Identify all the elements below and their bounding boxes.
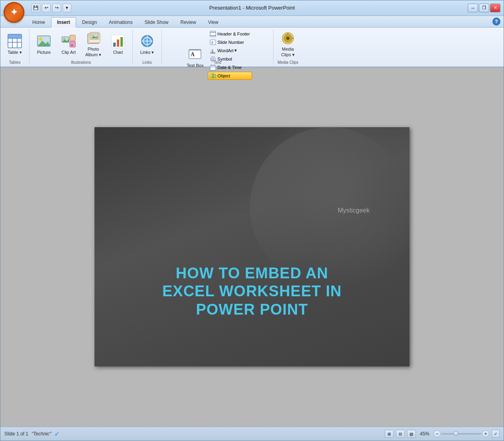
ribbon-group-illustrations: Picture ★ Clip Art: [30, 29, 133, 65]
svg-text:★: ★: [71, 43, 73, 47]
slide-number-button[interactable]: # Slide Number: [208, 38, 252, 46]
svg-rect-5: [8, 34, 22, 38]
photoalbum-label: Photo Album ▾: [83, 47, 104, 57]
date-time-icon: [210, 64, 216, 71]
tables-items: Table ▾: [3, 30, 27, 64]
chart-button[interactable]: Chart: [106, 30, 130, 58]
links-arrow: ▾: [152, 50, 154, 55]
ribbon-group-text: A Text Box: [162, 29, 274, 65]
quick-access-toolbar: 💾 ↩ ↪ ▾: [32, 4, 71, 12]
zoom-fit-button[interactable]: ⤢: [492, 430, 500, 438]
picture-button[interactable]: Picture: [32, 30, 56, 58]
undo-button[interactable]: ↩: [42, 4, 51, 12]
photoalbum-arrow: ▾: [99, 52, 101, 57]
header-footer-button[interactable]: Header & Footer: [208, 30, 252, 38]
tab-insert[interactable]: Insert: [51, 17, 76, 28]
slide-sorter-button[interactable]: ⊟: [396, 430, 405, 438]
clipart-icon: ★: [61, 33, 77, 49]
tab-design[interactable]: Design: [76, 17, 103, 28]
media-arrow: ▾: [292, 52, 295, 57]
svg-text:E: E: [213, 75, 215, 78]
chart-label: Chart: [113, 50, 123, 55]
office-button[interactable]: ✦: [4, 2, 24, 23]
tab-view[interactable]: View: [202, 17, 224, 28]
photoalbum-icon: [85, 31, 101, 46]
slide-watermark: Mysticgeek: [338, 207, 370, 214]
ribbon-group-media: Media Clips ▾ Media Clips: [274, 29, 302, 65]
media-group-label: Media Clips: [274, 60, 302, 65]
status-right: ⊞ ⊟ ▤ 45% − + ⤢: [385, 430, 500, 438]
zoom-slider: − +: [433, 430, 489, 437]
tab-review[interactable]: Review: [174, 17, 202, 28]
svg-rect-24: [120, 37, 123, 47]
slide-info: Slide 1 of 1: [4, 431, 28, 437]
text-group-label: Text: [162, 60, 273, 65]
tables-group-label: Tables: [0, 60, 29, 65]
save-button[interactable]: 💾: [32, 4, 40, 12]
media-clips-icon: [280, 31, 296, 46]
picture-icon: [36, 33, 52, 49]
wordart-button[interactable]: A WordArt ▾: [208, 47, 252, 55]
textbox-button[interactable]: A Text Box: [183, 43, 207, 71]
status-bar: Slide 1 of 1 "Technic" ✓ ⊞ ⊟ ▤ 45% − + ⤢: [0, 427, 504, 441]
clipart-label: Clip Art: [61, 50, 75, 55]
text-small-buttons: Header & Footer # Slide Number: [208, 30, 252, 85]
tab-home[interactable]: Home: [26, 17, 51, 28]
svg-rect-12: [70, 35, 75, 41]
picture-label: Picture: [37, 50, 51, 55]
table-icon: [7, 33, 23, 49]
svg-point-7: [39, 37, 42, 41]
svg-rect-22: [113, 43, 116, 47]
illustrations-items: Picture ★ Clip Art: [32, 30, 130, 64]
slide-number-icon: #: [210, 39, 216, 45]
photoalbum-button[interactable]: Photo Album ▾: [81, 30, 105, 58]
office-logo-icon: ✦: [10, 7, 18, 18]
svg-rect-23: [117, 39, 119, 47]
zoom-track[interactable]: [441, 433, 481, 435]
svg-text:#: #: [211, 41, 213, 45]
links-group-label: Links: [133, 60, 161, 65]
spell-check-icon[interactable]: ✓: [54, 430, 59, 438]
zoom-out-button[interactable]: −: [433, 430, 441, 437]
wordart-icon: A: [210, 47, 216, 54]
close-button[interactable]: ✕: [490, 4, 500, 12]
media-clips-button[interactable]: Media Clips ▾: [276, 30, 300, 58]
ribbon-group-links: Links ▾ Links: [133, 29, 162, 65]
slide-curve2-decoration: [250, 127, 410, 287]
media-clips-label: Media Clips ▾: [278, 47, 298, 57]
table-button[interactable]: Table ▾: [3, 30, 27, 58]
object-icon: E: [210, 73, 216, 79]
wordart-arrow: ▾: [234, 48, 237, 53]
zoom-in-button[interactable]: +: [482, 430, 489, 437]
table-arrow: ▾: [20, 50, 22, 55]
links-button[interactable]: Links ▾: [135, 30, 159, 58]
svg-rect-31: [210, 31, 216, 37]
minimize-button[interactable]: ─: [468, 4, 478, 12]
slide[interactable]: Mysticgeek HOW TO EMBED AN EXCEL WORKSHE…: [94, 127, 410, 366]
clipart-button[interactable]: ★ Clip Art: [57, 30, 81, 58]
zoom-thumb[interactable]: [453, 431, 458, 436]
ribbon-tabs: Home Insert Design Animations Slide Show…: [0, 16, 504, 28]
illustrations-group-label: Illustrations: [30, 60, 132, 65]
theme-name: "Technic": [32, 431, 51, 437]
links-label: Links ▾: [140, 50, 154, 55]
header-footer-icon: [210, 31, 216, 37]
object-button[interactable]: E Object: [208, 72, 252, 80]
normal-view-button[interactable]: ⊞: [385, 430, 394, 438]
main-content: Mysticgeek HOW TO EMBED AN EXCEL WORKSHE…: [0, 67, 504, 427]
reading-view-button[interactable]: ▤: [407, 430, 416, 438]
title-bar: ✦ 💾 ↩ ↪ ▾ Presentation1 - Microsoft Powe…: [0, 0, 504, 16]
tab-animations[interactable]: Animations: [103, 17, 138, 28]
restore-button[interactable]: ❐: [479, 4, 489, 12]
customize-qat-button[interactable]: ▾: [63, 4, 71, 12]
window-title: Presentation1 - Microsoft PowerPoint: [209, 5, 295, 11]
svg-point-20: [92, 34, 94, 36]
slide-title: HOW TO EMBED AN EXCEL WORKSHEET IN POWER…: [126, 264, 378, 319]
help-button[interactable]: ?: [492, 18, 500, 26]
app-window: ✦ 💾 ↩ ↪ ▾ Presentation1 - Microsoft Powe…: [0, 0, 504, 441]
zoom-percent: 45%: [420, 431, 429, 437]
tab-slideshow[interactable]: Slide Show: [138, 17, 174, 28]
chart-icon: [110, 33, 126, 49]
ribbon: Table ▾ Tables Pict: [0, 28, 504, 67]
redo-button[interactable]: ↪: [52, 4, 61, 12]
